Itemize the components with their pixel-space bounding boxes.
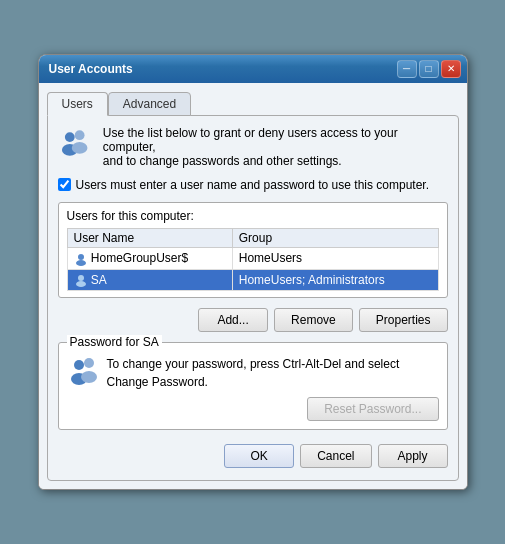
must-enter-password-checkbox[interactable] — [58, 178, 71, 191]
apply-button[interactable]: Apply — [378, 444, 448, 468]
close-button[interactable]: ✕ — [441, 60, 461, 78]
svg-point-4 — [78, 254, 84, 260]
svg-point-11 — [81, 371, 97, 383]
users-table: User Name Group HomeGroupUser$ — [67, 228, 439, 292]
maximize-button[interactable]: □ — [419, 60, 439, 78]
user-name-cell-sa: SA — [67, 269, 232, 291]
password-user-icon — [67, 355, 99, 387]
reset-password-button[interactable]: Reset Password... — [307, 397, 438, 421]
password-description: To change your password, press Ctrl-Alt-… — [107, 355, 439, 391]
svg-point-5 — [76, 260, 86, 266]
ok-button[interactable]: OK — [224, 444, 294, 468]
tab-content: Use the list below to grant or deny user… — [47, 115, 459, 482]
user-accounts-window: User Accounts ─ □ ✕ Users Advanced — [38, 54, 468, 491]
row-user-icon — [74, 252, 88, 266]
svg-point-3 — [71, 142, 87, 154]
window-body: Users Advanced Use the list below to gra… — [39, 83, 467, 490]
user-name-cell: HomeGroupUser$ — [67, 247, 232, 269]
users-group-label: Users for this computer: — [67, 209, 439, 223]
table-row[interactable]: SA HomeUsers; Administrators — [67, 269, 438, 291]
user-action-buttons: Add... Remove Properties — [58, 308, 448, 332]
add-button[interactable]: Add... — [198, 308, 268, 332]
must-enter-password-row: Users must enter a user name and passwor… — [58, 178, 448, 192]
window-title: User Accounts — [45, 62, 133, 76]
col-username: User Name — [67, 228, 232, 247]
properties-button[interactable]: Properties — [359, 308, 448, 332]
svg-point-6 — [78, 275, 84, 281]
svg-point-0 — [64, 132, 74, 142]
reset-password-row: Reset Password... — [67, 397, 439, 421]
table-row[interactable]: HomeGroupUser$ HomeUsers — [67, 247, 438, 269]
password-group-box: Password for SA To change your password,… — [58, 342, 448, 430]
row-sa-icon — [74, 273, 88, 287]
tabs-container: Users Advanced — [47, 91, 459, 115]
bottom-buttons: OK Cancel Apply — [58, 440, 448, 470]
info-user-icon — [58, 126, 93, 162]
must-enter-password-label: Users must enter a user name and passwor… — [76, 178, 430, 192]
info-text: Use the list below to grant or deny user… — [103, 126, 448, 168]
user-group-cell-sa: HomeUsers; Administrators — [232, 269, 438, 291]
svg-point-2 — [74, 130, 84, 140]
svg-point-7 — [76, 281, 86, 287]
tab-advanced[interactable]: Advanced — [108, 92, 191, 116]
cancel-button[interactable]: Cancel — [300, 444, 371, 468]
info-area: Use the list below to grant or deny user… — [58, 126, 448, 168]
tab-users[interactable]: Users — [47, 92, 108, 116]
user-group-cell: HomeUsers — [232, 247, 438, 269]
title-bar: User Accounts ─ □ ✕ — [39, 55, 467, 83]
remove-button[interactable]: Remove — [274, 308, 353, 332]
users-group-box: Users for this computer: User Name Group — [58, 202, 448, 299]
svg-point-10 — [84, 358, 94, 368]
svg-point-8 — [74, 360, 84, 370]
password-content-area: To change your password, press Ctrl-Alt-… — [67, 355, 439, 391]
minimize-button[interactable]: ─ — [397, 60, 417, 78]
password-group-label: Password for SA — [67, 335, 162, 349]
title-bar-controls: ─ □ ✕ — [397, 60, 461, 78]
col-group: Group — [232, 228, 438, 247]
